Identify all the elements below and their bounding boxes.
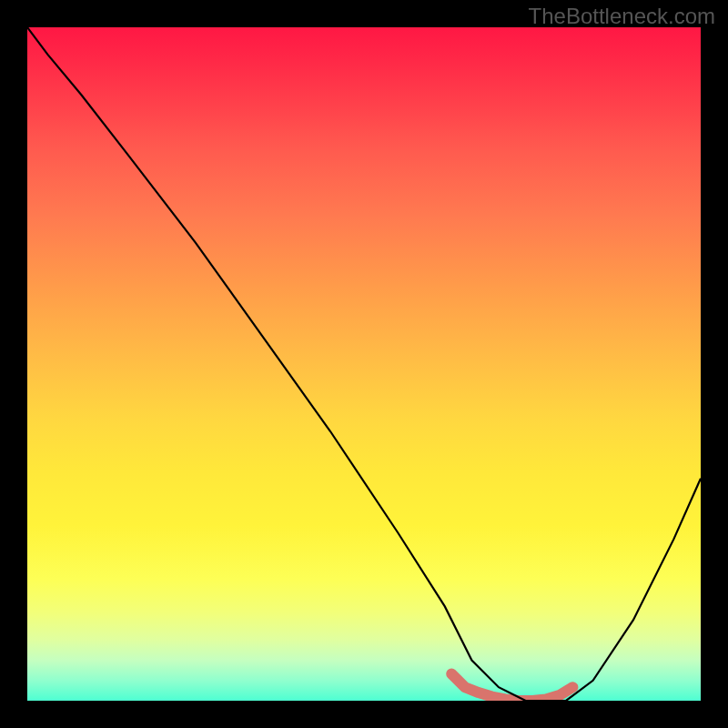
highlight-segment — [451, 673, 572, 701]
curve-svg — [27, 27, 701, 701]
watermark-text: TheBottleneck.com — [529, 4, 715, 29]
chart-plot-area — [27, 27, 701, 701]
bottleneck-curve-line — [27, 27, 701, 701]
